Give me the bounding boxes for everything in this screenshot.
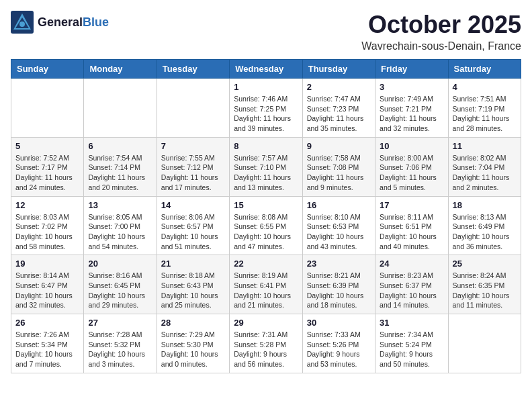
day-number: 30 xyxy=(307,318,371,328)
calendar-cell: 17Sunrise: 8:11 AM Sunset: 6:51 PM Dayli… xyxy=(375,196,448,255)
day-number: 27 xyxy=(88,318,152,328)
day-number: 18 xyxy=(453,200,517,210)
day-info: Sunrise: 8:13 AM Sunset: 6:49 PM Dayligh… xyxy=(453,212,517,252)
calendar-cell: 10Sunrise: 8:00 AM Sunset: 7:06 PM Dayli… xyxy=(375,137,448,196)
day-number: 25 xyxy=(453,259,517,269)
calendar-cell: 27Sunrise: 7:28 AM Sunset: 5:32 PM Dayli… xyxy=(84,314,157,373)
weekday-header: Monday xyxy=(84,60,157,79)
day-info: Sunrise: 7:29 AM Sunset: 5:30 PM Dayligh… xyxy=(161,330,225,369)
day-info: Sunrise: 7:31 AM Sunset: 5:28 PM Dayligh… xyxy=(234,330,298,369)
weekday-header: Friday xyxy=(375,60,448,79)
calendar-cell: 16Sunrise: 8:10 AM Sunset: 6:53 PM Dayli… xyxy=(302,196,375,255)
calendar-cell: 20Sunrise: 8:16 AM Sunset: 6:45 PM Dayli… xyxy=(84,255,157,314)
day-number: 4 xyxy=(453,82,517,92)
calendar-cell: 25Sunrise: 8:24 AM Sunset: 6:35 PM Dayli… xyxy=(448,255,521,314)
day-info: Sunrise: 8:06 AM Sunset: 6:57 PM Dayligh… xyxy=(161,212,225,252)
day-number: 12 xyxy=(15,200,79,210)
calendar-cell xyxy=(157,79,229,138)
svg-point-3 xyxy=(19,21,25,27)
day-info: Sunrise: 8:02 AM Sunset: 7:04 PM Dayligh… xyxy=(453,153,517,193)
day-info: Sunrise: 8:10 AM Sunset: 6:53 PM Dayligh… xyxy=(307,212,371,252)
day-number: 22 xyxy=(234,259,298,269)
day-number: 10 xyxy=(380,141,443,151)
day-number: 8 xyxy=(234,141,298,151)
day-number: 15 xyxy=(234,200,298,210)
day-number: 28 xyxy=(161,318,225,328)
day-number: 20 xyxy=(88,259,152,269)
logo-blue-text: Blue xyxy=(83,15,109,30)
calendar-cell: 24Sunrise: 8:23 AM Sunset: 6:37 PM Dayli… xyxy=(375,255,448,314)
title-area: October 2025 Wavrechain-sous-Denain, Fra… xyxy=(361,11,521,52)
location-title: Wavrechain-sous-Denain, France xyxy=(361,40,521,52)
calendar-cell: 22Sunrise: 8:19 AM Sunset: 6:41 PM Dayli… xyxy=(230,255,302,314)
day-info: Sunrise: 8:14 AM Sunset: 6:47 PM Dayligh… xyxy=(15,271,79,310)
day-number: 31 xyxy=(380,318,443,328)
day-info: Sunrise: 8:00 AM Sunset: 7:06 PM Dayligh… xyxy=(380,153,443,193)
day-number: 24 xyxy=(380,259,443,269)
calendar-cell: 18Sunrise: 8:13 AM Sunset: 6:49 PM Dayli… xyxy=(448,196,521,255)
calendar-week-row: 19Sunrise: 8:14 AM Sunset: 6:47 PM Dayli… xyxy=(11,255,521,314)
day-info: Sunrise: 7:34 AM Sunset: 5:24 PM Dayligh… xyxy=(380,330,443,369)
calendar-cell: 13Sunrise: 8:05 AM Sunset: 7:00 PM Dayli… xyxy=(84,196,157,255)
day-info: Sunrise: 7:49 AM Sunset: 7:21 PM Dayligh… xyxy=(380,94,443,134)
day-number: 1 xyxy=(234,82,298,92)
calendar-week-row: 5Sunrise: 7:52 AM Sunset: 7:17 PM Daylig… xyxy=(11,137,521,196)
day-number: 3 xyxy=(380,82,443,92)
weekday-header: Wednesday xyxy=(230,60,302,79)
calendar-cell: 6Sunrise: 7:54 AM Sunset: 7:14 PM Daylig… xyxy=(84,137,157,196)
calendar-cell: 12Sunrise: 8:03 AM Sunset: 7:02 PM Dayli… xyxy=(11,196,84,255)
calendar-cell xyxy=(11,79,84,138)
day-info: Sunrise: 7:26 AM Sunset: 5:34 PM Dayligh… xyxy=(15,330,79,369)
calendar-cell: 30Sunrise: 7:33 AM Sunset: 5:26 PM Dayli… xyxy=(302,314,375,373)
day-number: 5 xyxy=(15,141,79,151)
weekday-header-row: SundayMondayTuesdayWednesdayThursdayFrid… xyxy=(11,60,521,79)
calendar-cell: 31Sunrise: 7:34 AM Sunset: 5:24 PM Dayli… xyxy=(375,314,448,373)
day-info: Sunrise: 7:28 AM Sunset: 5:32 PM Dayligh… xyxy=(88,330,152,369)
day-number: 29 xyxy=(234,318,298,328)
calendar-cell: 2Sunrise: 7:47 AM Sunset: 7:23 PM Daylig… xyxy=(302,79,375,138)
weekday-header: Saturday xyxy=(448,60,521,79)
day-number: 6 xyxy=(88,141,152,151)
calendar-week-row: 12Sunrise: 8:03 AM Sunset: 7:02 PM Dayli… xyxy=(11,196,521,255)
day-number: 26 xyxy=(15,318,79,328)
month-title: October 2025 xyxy=(361,11,521,39)
day-number: 9 xyxy=(307,141,371,151)
logo: General Blue xyxy=(11,11,109,34)
day-info: Sunrise: 8:03 AM Sunset: 7:02 PM Dayligh… xyxy=(15,212,79,252)
calendar-cell: 14Sunrise: 8:06 AM Sunset: 6:57 PM Dayli… xyxy=(157,196,229,255)
day-number: 17 xyxy=(380,200,443,210)
day-info: Sunrise: 8:24 AM Sunset: 6:35 PM Dayligh… xyxy=(453,271,517,310)
day-info: Sunrise: 7:47 AM Sunset: 7:23 PM Dayligh… xyxy=(307,94,371,134)
day-number: 2 xyxy=(307,82,371,92)
calendar-cell: 9Sunrise: 7:58 AM Sunset: 7:08 PM Daylig… xyxy=(302,137,375,196)
calendar-cell: 7Sunrise: 7:55 AM Sunset: 7:12 PM Daylig… xyxy=(157,137,229,196)
weekday-header: Thursday xyxy=(302,60,375,79)
day-info: Sunrise: 7:58 AM Sunset: 7:08 PM Dayligh… xyxy=(307,153,371,193)
calendar-cell xyxy=(448,314,521,373)
calendar-table: SundayMondayTuesdayWednesdayThursdayFrid… xyxy=(11,59,521,373)
day-number: 14 xyxy=(161,200,225,210)
day-info: Sunrise: 7:54 AM Sunset: 7:14 PM Dayligh… xyxy=(88,153,152,193)
day-info: Sunrise: 8:19 AM Sunset: 6:41 PM Dayligh… xyxy=(234,271,298,310)
day-number: 13 xyxy=(88,200,152,210)
day-number: 21 xyxy=(161,259,225,269)
day-info: Sunrise: 7:52 AM Sunset: 7:17 PM Dayligh… xyxy=(15,153,79,193)
calendar-cell: 19Sunrise: 8:14 AM Sunset: 6:47 PM Dayli… xyxy=(11,255,84,314)
weekday-header: Sunday xyxy=(11,60,84,79)
day-number: 7 xyxy=(161,141,225,151)
calendar-week-row: 26Sunrise: 7:26 AM Sunset: 5:34 PM Dayli… xyxy=(11,314,521,373)
day-number: 11 xyxy=(453,141,517,151)
day-info: Sunrise: 8:16 AM Sunset: 6:45 PM Dayligh… xyxy=(88,271,152,310)
calendar-cell: 28Sunrise: 7:29 AM Sunset: 5:30 PM Dayli… xyxy=(157,314,229,373)
calendar-cell: 3Sunrise: 7:49 AM Sunset: 7:21 PM Daylig… xyxy=(375,79,448,138)
calendar-cell: 5Sunrise: 7:52 AM Sunset: 7:17 PM Daylig… xyxy=(11,137,84,196)
day-info: Sunrise: 8:08 AM Sunset: 6:55 PM Dayligh… xyxy=(234,212,298,252)
calendar-cell xyxy=(84,79,157,138)
calendar-cell: 29Sunrise: 7:31 AM Sunset: 5:28 PM Dayli… xyxy=(230,314,302,373)
calendar-cell: 23Sunrise: 8:21 AM Sunset: 6:39 PM Dayli… xyxy=(302,255,375,314)
day-info: Sunrise: 8:11 AM Sunset: 6:51 PM Dayligh… xyxy=(380,212,443,252)
weekday-header: Tuesday xyxy=(157,60,229,79)
day-info: Sunrise: 8:21 AM Sunset: 6:39 PM Dayligh… xyxy=(307,271,371,310)
day-info: Sunrise: 7:46 AM Sunset: 7:25 PM Dayligh… xyxy=(234,94,298,134)
day-number: 23 xyxy=(307,259,371,269)
